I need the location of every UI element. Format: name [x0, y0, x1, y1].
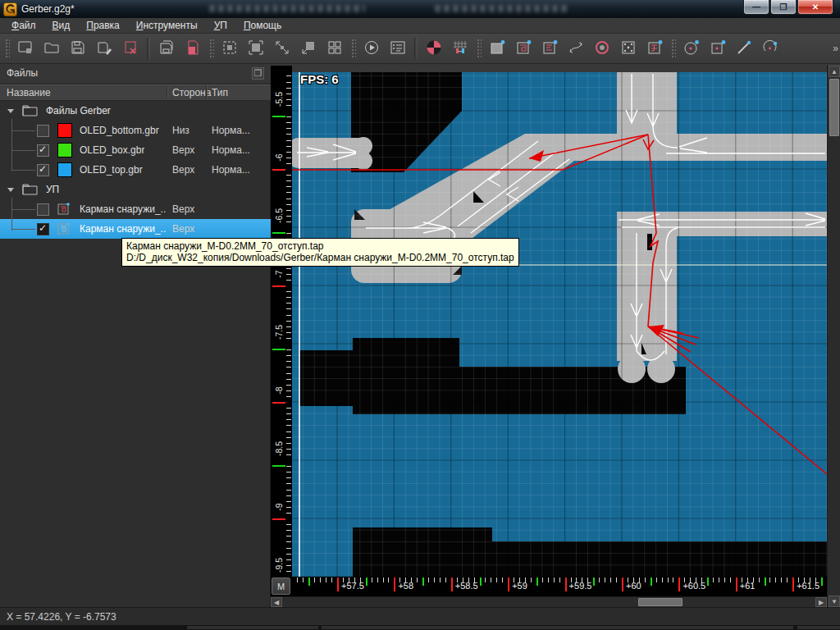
save-as-button[interactable]	[93, 37, 116, 60]
visibility-checkbox[interactable]	[37, 125, 49, 137]
column-name[interactable]: Название	[7, 87, 51, 98]
run-button[interactable]	[360, 37, 383, 60]
toolbar-grip[interactable]	[476, 38, 482, 59]
fit-view-button[interactable]	[244, 37, 267, 60]
ruler-tick	[668, 578, 669, 582]
ruler-tick	[286, 454, 291, 455]
column-separator[interactable]	[206, 86, 208, 98]
group-label[interactable]: Файлы Gerber	[46, 105, 111, 116]
line-tool-button[interactable]	[733, 37, 756, 60]
title-bar[interactable]: Gerber.g2g* —❐✕	[0, 0, 840, 19]
gcode-pocket-button[interactable]	[512, 37, 535, 60]
tree-row-Карман снаружи_...[interactable]: Карман снаружи_...Верх	[0, 219, 271, 239]
panel-float-icon[interactable]: ❐	[252, 67, 264, 80]
horizontal-scrollbar[interactable]: ◀ ▶	[271, 596, 827, 608]
tile-view-button[interactable]	[323, 37, 346, 60]
arc-tool-button[interactable]	[759, 37, 782, 60]
minimize-button[interactable]: —	[743, 0, 769, 15]
column-separator[interactable]	[167, 86, 168, 98]
scroll-down-button[interactable]: ▼	[829, 596, 840, 607]
file-name[interactable]: OLED_box.gbr	[80, 144, 144, 156]
ruler-tick	[525, 578, 526, 582]
rect-tool-button[interactable]	[706, 37, 729, 60]
fit-selection-button[interactable]	[218, 37, 241, 60]
gcode-doc-button[interactable]	[538, 37, 561, 60]
zoom-extents-button[interactable]	[271, 37, 294, 60]
toolbar-grip[interactable]	[670, 38, 676, 59]
file-name[interactable]: Карман снаружи_...	[80, 203, 166, 215]
ruler-tick	[388, 578, 389, 582]
registration-mark-button[interactable]	[422, 37, 445, 60]
layer-color-swatch[interactable]	[57, 123, 72, 138]
layer-color-swatch[interactable]	[57, 143, 72, 158]
vertical-scroll-thumb[interactable]	[829, 79, 839, 136]
close-button[interactable]: ✕	[797, 0, 833, 15]
ruler-tick	[286, 349, 291, 350]
tree-row-OLED_bottom.gbr[interactable]: OLED_bottom.gbrНизНорма...	[0, 121, 271, 140]
menu-item-1[interactable]: Вид	[44, 18, 79, 33]
circle-mark-button[interactable]	[591, 37, 614, 60]
circle-tool-button[interactable]	[680, 37, 703, 60]
visibility-checkbox[interactable]	[37, 144, 49, 157]
background-window-ghost	[209, 5, 365, 12]
tree-group-0[interactable]: Файлы Gerber	[0, 101, 271, 121]
toolbar-grip[interactable]	[4, 38, 10, 59]
toolbar-overflow-chevron-icon[interactable]: »	[833, 43, 838, 54]
menu-item-0[interactable]: Файл	[3, 18, 44, 33]
visibility-checkbox[interactable]	[37, 164, 49, 176]
tree-row-Карман снаружи_...[interactable]: Карман снаружи_...Верх	[0, 199, 271, 219]
tree-row-OLED_top.gbr[interactable]: OLED_top.gbrВерхНорма...	[0, 160, 271, 180]
ruler-tick	[314, 578, 315, 582]
scroll-up-button[interactable]: ▲	[829, 66, 840, 77]
y-axis-tick-label: -8	[274, 377, 284, 404]
gcode-doc-icon	[541, 39, 559, 59]
expand-arrow-icon[interactable]	[7, 109, 14, 113]
scroll-right-button[interactable]: ▶	[815, 597, 827, 607]
column-type[interactable]: Тип	[212, 87, 228, 98]
spline-path-button[interactable]	[564, 37, 587, 60]
file-name[interactable]: OLED_bottom.gbr	[80, 125, 159, 136]
file-name[interactable]: Карман снаружи_...	[80, 223, 166, 235]
toolbar-grip[interactable]	[350, 38, 356, 59]
scroll-left-button[interactable]: ◀	[271, 597, 282, 607]
save-button[interactable]	[66, 37, 89, 60]
visibility-checkbox[interactable]	[37, 223, 49, 235]
properties-panel-button[interactable]	[386, 37, 409, 60]
ruler-tick	[713, 578, 714, 582]
menu-item-4[interactable]: УП	[206, 18, 235, 33]
menu-item-2[interactable]: Правка	[78, 18, 128, 33]
toolbar-grip[interactable]	[208, 38, 214, 59]
close-file-button[interactable]	[119, 37, 142, 60]
vertical-scrollbar[interactable]: ▲ ▼	[827, 66, 840, 607]
dots-pattern-button[interactable]	[617, 37, 640, 60]
group-label[interactable]: УП	[46, 184, 59, 195]
ruler-tick	[354, 578, 355, 582]
drill-tool-button[interactable]	[449, 37, 472, 60]
ruler-units-button[interactable]: M	[272, 578, 290, 595]
menu-item-3[interactable]: Инструменты	[128, 18, 206, 33]
menu-bar: ФайлВидПравкаИнструментыУППомощь	[0, 18, 840, 34]
visibility-checkbox[interactable]	[37, 203, 49, 216]
zoom-window-button[interactable]	[297, 37, 320, 60]
tree-row-OLED_box.gbr[interactable]: OLED_box.gbrВерхНорма...	[0, 140, 271, 160]
maximize-button[interactable]: ❐	[770, 0, 797, 15]
tree-group-1[interactable]: УП	[0, 180, 271, 199]
menu-item-5[interactable]: Помощь	[235, 18, 290, 33]
rect-tool-icon	[709, 39, 727, 59]
ruler-marker-green	[272, 465, 285, 467]
tree-column-header[interactable]: Название Сторона Тип	[0, 84, 271, 101]
new-file-button[interactable]	[14, 37, 37, 60]
copper-layer-button[interactable]	[486, 37, 509, 60]
horizontal-scroll-thumb[interactable]	[638, 598, 682, 606]
save-all-button[interactable]	[155, 37, 178, 60]
layer-color-swatch[interactable]	[57, 162, 72, 177]
ruler-tick	[399, 578, 400, 582]
ruler-tick	[286, 221, 291, 222]
pattern-tool-button[interactable]	[643, 37, 666, 60]
pcb-canvas[interactable]: FPS: 6	[292, 72, 827, 577]
file-name[interactable]: OLED_top.gbr	[80, 164, 143, 176]
export-red-button[interactable]	[181, 37, 204, 60]
ruler-tick	[343, 578, 344, 582]
open-folder-button[interactable]	[40, 37, 63, 60]
expand-arrow-icon[interactable]	[7, 188, 14, 192]
